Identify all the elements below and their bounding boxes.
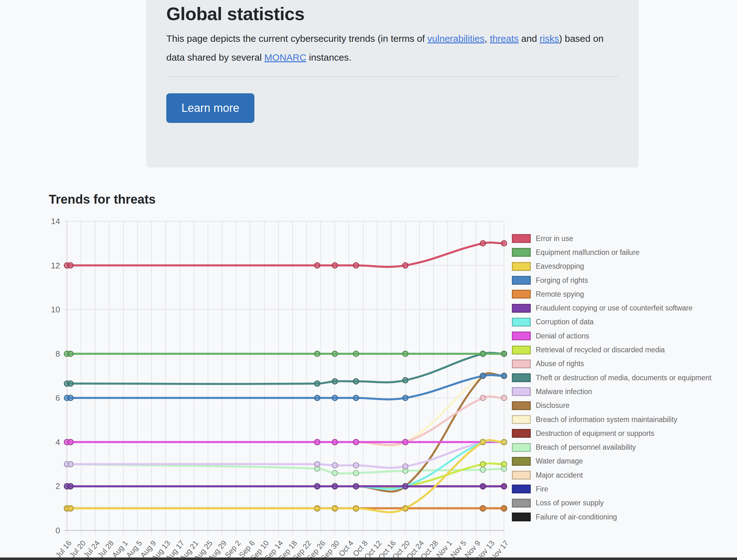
- y-tick-label: 6: [56, 393, 60, 403]
- data-point[interactable]: [332, 484, 337, 489]
- svg-text:Nov 5: Nov 5: [449, 539, 468, 559]
- x-tick-label: Aug 1: [110, 539, 129, 559]
- data-point[interactable]: [403, 351, 408, 356]
- data-point[interactable]: [480, 506, 486, 511]
- series-malware-infection: [64, 439, 507, 469]
- legend-item[interactable]: Eavesdropping: [512, 260, 737, 273]
- data-point[interactable]: [353, 263, 359, 268]
- svg-text:Jul 28: Jul 28: [96, 539, 115, 559]
- svg-text:Aug 5: Aug 5: [124, 539, 144, 559]
- data-point[interactable]: [403, 395, 408, 401]
- data-point[interactable]: [314, 381, 320, 386]
- data-point[interactable]: [502, 351, 507, 356]
- link-vulnerabilities[interactable]: vulnerabilities: [427, 33, 485, 44]
- legend-item[interactable]: Equipment malfunction or failure: [512, 245, 737, 259]
- data-point[interactable]: [403, 464, 408, 469]
- data-point[interactable]: [314, 263, 320, 268]
- legend-item[interactable]: Abuse of rights: [512, 357, 737, 371]
- data-point[interactable]: [403, 506, 408, 511]
- legend-item-label: Denial of actions: [536, 332, 589, 340]
- x-tick-label: Oct 4: [337, 539, 355, 558]
- data-point[interactable]: [332, 263, 337, 268]
- link-risks[interactable]: risks: [540, 33, 559, 44]
- data-point[interactable]: [68, 484, 73, 489]
- data-point[interactable]: [353, 351, 359, 356]
- data-point[interactable]: [403, 378, 408, 383]
- x-tick-label: Nov 5: [449, 539, 468, 559]
- data-point[interactable]: [332, 351, 337, 356]
- data-point[interactable]: [480, 439, 486, 445]
- link-monarc[interactable]: MONARC: [264, 52, 306, 63]
- legend-item[interactable]: Breach of personnel availability: [512, 440, 737, 454]
- legend-item[interactable]: Water damage: [512, 454, 737, 468]
- data-point[interactable]: [480, 462, 486, 467]
- legend-item[interactable]: Error in use: [512, 232, 737, 245]
- legend-swatch: [512, 429, 531, 438]
- chart-canvas[interactable]: 02468101214Jul 16Jul 20Jul 24Jul 28Aug 1…: [38, 212, 509, 559]
- data-point[interactable]: [502, 462, 507, 467]
- data-point[interactable]: [332, 506, 337, 511]
- legend-item[interactable]: Failure of air-conditioning: [512, 510, 737, 524]
- data-point[interactable]: [314, 484, 320, 489]
- legend-item[interactable]: Retrieval of recycled or discarded media: [512, 343, 737, 357]
- data-point[interactable]: [353, 484, 359, 489]
- legend-item[interactable]: Theft or destruction of media, documents…: [512, 371, 737, 385]
- data-point[interactable]: [68, 506, 73, 511]
- legend-item[interactable]: Forging of rights: [512, 273, 737, 287]
- legend-item[interactable]: Fire: [512, 482, 737, 496]
- data-point[interactable]: [480, 467, 486, 472]
- data-point[interactable]: [502, 395, 507, 401]
- data-point[interactable]: [480, 351, 486, 356]
- data-point[interactable]: [403, 263, 408, 268]
- data-point[interactable]: [502, 506, 507, 511]
- data-point[interactable]: [68, 381, 73, 386]
- data-point[interactable]: [480, 484, 486, 489]
- data-point[interactable]: [314, 395, 320, 401]
- data-point[interactable]: [68, 462, 73, 467]
- legend-item[interactable]: Corruption of data: [512, 315, 737, 329]
- data-point[interactable]: [314, 439, 320, 445]
- learn-more-button[interactable]: Learn more: [166, 93, 254, 123]
- data-point[interactable]: [480, 395, 486, 401]
- data-point[interactable]: [332, 439, 337, 445]
- legend-item[interactable]: Denial of actions: [512, 329, 737, 343]
- data-point[interactable]: [68, 263, 73, 268]
- legend-item[interactable]: Disclosure: [512, 399, 737, 413]
- data-point[interactable]: [314, 462, 320, 467]
- data-point[interactable]: [353, 395, 359, 401]
- data-point[interactable]: [502, 439, 507, 445]
- data-point[interactable]: [502, 484, 507, 489]
- data-point[interactable]: [353, 506, 359, 511]
- data-point[interactable]: [332, 470, 337, 476]
- data-point[interactable]: [332, 463, 337, 468]
- data-point[interactable]: [314, 506, 320, 511]
- data-point[interactable]: [332, 395, 337, 401]
- link-threats[interactable]: threats: [490, 33, 519, 44]
- data-point[interactable]: [68, 395, 73, 401]
- data-point[interactable]: [68, 439, 73, 445]
- data-point[interactable]: [480, 241, 486, 246]
- data-point[interactable]: [353, 463, 359, 468]
- series-line: [67, 440, 504, 512]
- data-point[interactable]: [332, 379, 337, 384]
- data-point[interactable]: [480, 373, 486, 379]
- data-point[interactable]: [314, 351, 320, 356]
- legend-item[interactable]: Major accident: [512, 468, 737, 482]
- y-tick-label: 10: [51, 305, 60, 314]
- data-point[interactable]: [68, 351, 73, 356]
- data-point[interactable]: [502, 373, 507, 379]
- y-tick-label: 2: [56, 481, 60, 491]
- data-point[interactable]: [403, 484, 408, 489]
- data-point[interactable]: [353, 439, 359, 445]
- legend-item[interactable]: Destruction of equipment or supports: [512, 426, 737, 440]
- data-point[interactable]: [502, 241, 507, 246]
- legend-item[interactable]: Loss of power supply: [512, 496, 737, 510]
- data-point[interactable]: [353, 470, 359, 476]
- series-line: [67, 375, 504, 399]
- data-point[interactable]: [353, 379, 359, 384]
- legend-item[interactable]: Breach of information system maintainabi…: [512, 413, 737, 426]
- legend-item[interactable]: Remote spying: [512, 287, 737, 301]
- legend-item[interactable]: Fraudulent copying or use of counterfeit…: [512, 301, 737, 315]
- legend-item[interactable]: Malware infection: [512, 385, 737, 398]
- data-point[interactable]: [403, 439, 408, 445]
